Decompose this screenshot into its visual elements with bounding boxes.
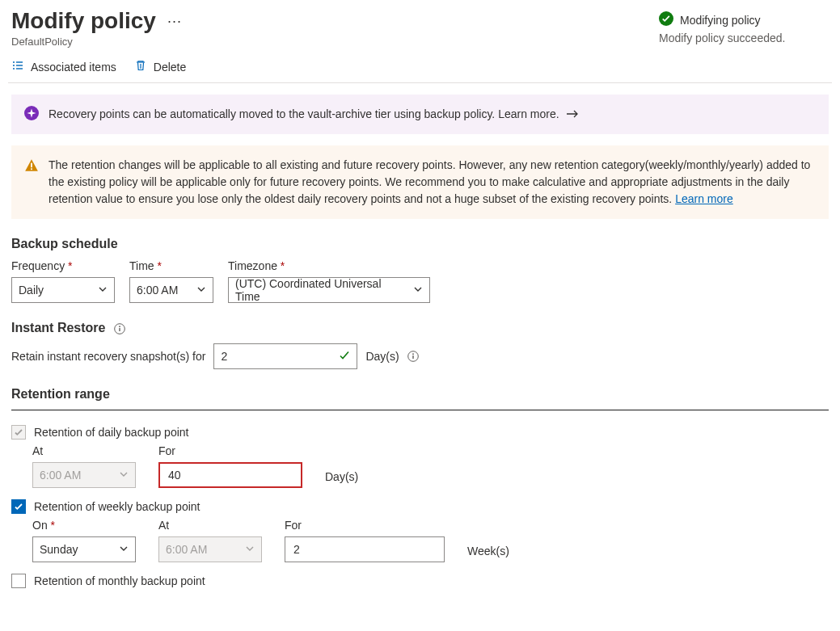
notification-message: Modify policy succeeded. (659, 32, 829, 44)
backup-schedule-heading: Backup schedule (11, 237, 829, 251)
instant-restore-heading: Instant Restore (11, 321, 829, 335)
weekly-for-input[interactable] (285, 536, 445, 562)
more-actions-button[interactable]: ··· (164, 13, 185, 30)
time-label: Time (129, 259, 213, 272)
daily-retention-checkbox (11, 425, 26, 440)
svg-point-15 (412, 353, 414, 355)
chevron-down-icon (196, 284, 206, 297)
archive-tier-text: Recovery points can be automatically mov… (49, 106, 559, 123)
timezone-label: Timezone (228, 259, 430, 272)
time-select[interactable]: 6:00 AM (129, 277, 213, 303)
daily-for-field[interactable] (167, 464, 294, 486)
daily-for-input[interactable] (158, 462, 302, 488)
instant-restore-value: 2 (221, 350, 227, 363)
weekly-unit: Week(s) (467, 545, 509, 562)
instant-restore-label: Retain instant recovery snapshot(s) for (11, 350, 205, 363)
notification-title: Modifying policy (680, 14, 761, 27)
page-subtitle: DefaultPolicy (11, 36, 185, 48)
page-title: Modify policy (11, 8, 156, 34)
chevron-down-icon (119, 469, 129, 482)
weekly-retention-checkbox[interactable] (11, 499, 26, 514)
svg-rect-16 (412, 355, 413, 359)
success-icon (659, 11, 673, 28)
info-icon[interactable] (114, 323, 125, 334)
weekly-for-label: For (285, 519, 445, 532)
weekly-at-label: At (158, 519, 262, 532)
timezone-select[interactable]: (UTC) Coordinated Universal Time (228, 277, 430, 303)
weekly-on-value: Sunday (40, 543, 78, 556)
retention-warning-text: The retention changes will be applicable… (49, 157, 816, 208)
svg-rect-10 (31, 168, 32, 170)
frequency-value: Daily (19, 284, 44, 297)
daily-for-label: For (158, 444, 302, 457)
delete-label: Delete (154, 61, 186, 74)
instant-restore-unit: Day(s) (365, 350, 399, 363)
warning-icon (24, 157, 39, 175)
chevron-down-icon (245, 543, 255, 556)
frequency-select[interactable]: Daily (11, 277, 115, 303)
weekly-at-value: 6:00 AM (166, 543, 207, 556)
retention-warning-banner: The retention changes will be applicable… (11, 145, 829, 219)
chevron-down-icon (119, 543, 129, 556)
arrow-right-icon (566, 108, 579, 121)
trash-icon (134, 59, 147, 74)
chevron-down-icon (98, 284, 108, 297)
toolbar-separator (8, 82, 832, 83)
weekly-at-select: 6:00 AM (158, 536, 262, 562)
daily-at-select: 6:00 AM (32, 462, 136, 488)
weekly-on-label: On (32, 519, 136, 532)
weekly-retention-label: Retention of weekly backup point (34, 500, 200, 513)
compass-icon (24, 106, 39, 123)
archive-tier-banner: Recovery points can be automatically mov… (11, 95, 829, 134)
time-value: 6:00 AM (137, 284, 178, 297)
retention-range-heading: Retention range (11, 387, 829, 402)
daily-retention-label: Retention of daily backup point (34, 426, 188, 439)
delete-button[interactable]: Delete (134, 59, 186, 74)
retention-warning-learn-more-link[interactable]: Learn more (675, 192, 733, 205)
daily-unit: Day(s) (325, 470, 358, 488)
associated-items-label: Associated items (31, 61, 116, 74)
monthly-retention-label: Retention of monthly backup point (34, 574, 205, 587)
monthly-retention-checkbox[interactable] (11, 574, 26, 588)
svg-rect-13 (119, 328, 120, 331)
associated-items-button[interactable]: Associated items (11, 59, 116, 74)
weekly-on-select[interactable]: Sunday (32, 536, 136, 562)
svg-point-12 (119, 326, 120, 327)
daily-at-label: At (32, 444, 136, 457)
chevron-down-icon (413, 284, 423, 297)
info-icon[interactable] (407, 351, 419, 362)
svg-rect-9 (31, 163, 32, 168)
timezone-value: (UTC) Coordinated Universal Time (235, 277, 407, 303)
archive-tier-learn-more-link[interactable]: Recovery points can be automatically mov… (49, 106, 579, 123)
notification-toast: Modifying policy Modify policy succeeded… (659, 8, 829, 44)
frequency-label: Frequency (11, 259, 115, 272)
instant-restore-days-select[interactable]: 2 (213, 343, 357, 369)
check-icon (339, 350, 350, 364)
list-icon (11, 59, 24, 74)
retention-divider (11, 410, 829, 410)
weekly-for-field[interactable] (292, 537, 437, 562)
daily-at-value: 6:00 AM (40, 469, 81, 482)
